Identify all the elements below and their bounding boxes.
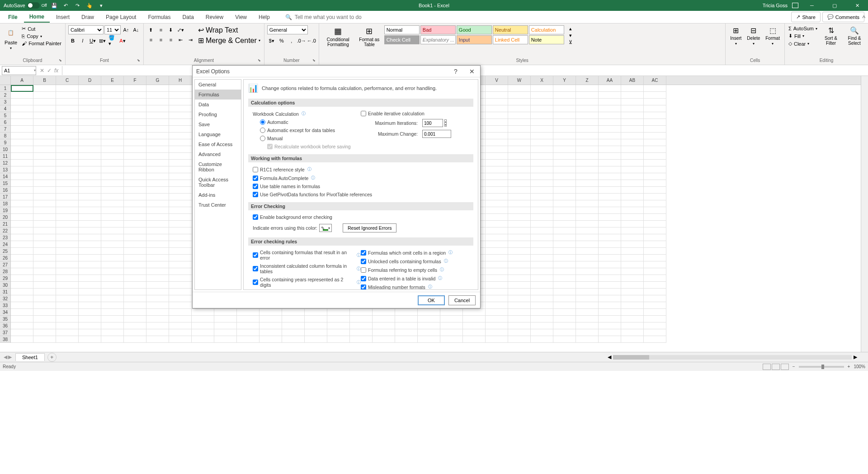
- cell[interactable]: [553, 200, 576, 207]
- nav-general[interactable]: General: [195, 80, 241, 90]
- cell[interactable]: [169, 99, 192, 105]
- delete-cells-button[interactable]: ⊟Delete▾: [745, 25, 762, 47]
- cell[interactable]: [531, 139, 553, 146]
- cell[interactable]: [101, 214, 124, 221]
- cell[interactable]: [531, 255, 553, 261]
- cell[interactable]: [553, 180, 576, 187]
- cell[interactable]: [56, 282, 79, 289]
- cell[interactable]: [621, 295, 644, 302]
- cell[interactable]: [305, 336, 327, 343]
- cell[interactable]: [553, 85, 576, 92]
- cell[interactable]: [395, 316, 418, 322]
- cell[interactable]: [56, 200, 79, 207]
- cell[interactable]: [599, 180, 621, 187]
- cell[interactable]: [11, 289, 33, 295]
- cell[interactable]: [508, 282, 531, 289]
- cell[interactable]: [79, 275, 101, 282]
- cell[interactable]: [56, 302, 79, 309]
- increase-indent-button[interactable]: ⇥: [186, 35, 195, 44]
- cell[interactable]: [101, 234, 124, 241]
- cell[interactable]: [599, 234, 621, 241]
- cell[interactable]: [576, 92, 599, 99]
- cell[interactable]: [56, 160, 79, 166]
- cell[interactable]: [11, 173, 33, 180]
- cell[interactable]: [508, 268, 531, 275]
- cell[interactable]: [11, 194, 33, 200]
- cell[interactable]: [11, 92, 33, 99]
- cell[interactable]: [101, 261, 124, 268]
- cell[interactable]: [259, 309, 282, 316]
- cell[interactable]: [531, 133, 553, 139]
- cell[interactable]: [599, 221, 621, 228]
- cell[interactable]: [33, 207, 56, 214]
- cell[interactable]: [621, 329, 644, 336]
- cell[interactable]: [124, 207, 146, 214]
- cell[interactable]: [576, 316, 599, 322]
- cell[interactable]: [599, 133, 621, 139]
- add-sheet-button[interactable]: +: [47, 353, 57, 362]
- align-center-button[interactable]: ≡: [156, 35, 165, 44]
- cell[interactable]: [11, 309, 33, 316]
- cell[interactable]: [11, 295, 33, 302]
- cell[interactable]: [599, 187, 621, 194]
- cell[interactable]: [33, 105, 56, 112]
- cell[interactable]: [146, 187, 169, 194]
- cell[interactable]: [124, 180, 146, 187]
- style-neutral[interactable]: Neutral: [493, 25, 528, 34]
- cell[interactable]: [33, 180, 56, 187]
- cell[interactable]: [169, 261, 192, 268]
- horizontal-scrollbar[interactable]: ◀ ▶: [606, 354, 859, 360]
- row-header[interactable]: 18: [0, 200, 10, 207]
- cell[interactable]: [486, 160, 508, 166]
- cell[interactable]: [508, 316, 531, 322]
- cell[interactable]: [56, 221, 79, 228]
- cell[interactable]: [508, 160, 531, 166]
- cell[interactable]: [621, 85, 644, 92]
- cell[interactable]: [101, 329, 124, 336]
- cell[interactable]: [599, 214, 621, 221]
- cell[interactable]: [33, 166, 56, 173]
- cell[interactable]: [11, 166, 33, 173]
- cell[interactable]: [79, 126, 101, 133]
- cell[interactable]: [531, 119, 553, 126]
- cell[interactable]: [553, 133, 576, 139]
- underline-button[interactable]: U▾: [88, 36, 97, 45]
- cell[interactable]: [101, 289, 124, 295]
- cell[interactable]: [192, 316, 214, 322]
- cell[interactable]: [621, 133, 644, 139]
- cell[interactable]: [486, 309, 508, 316]
- cell[interactable]: [599, 241, 621, 248]
- cell[interactable]: [599, 153, 621, 160]
- cell[interactable]: [282, 316, 305, 322]
- cell[interactable]: [124, 214, 146, 221]
- cell[interactable]: [576, 146, 599, 153]
- cell[interactable]: [56, 194, 79, 200]
- cell[interactable]: [531, 153, 553, 160]
- cell[interactable]: [531, 166, 553, 173]
- cell[interactable]: [576, 248, 599, 255]
- cell[interactable]: [553, 105, 576, 112]
- align-top-button[interactable]: ⬆: [146, 25, 156, 34]
- cell[interactable]: [553, 241, 576, 248]
- cell[interactable]: [576, 289, 599, 295]
- cell[interactable]: [124, 228, 146, 234]
- cell[interactable]: [169, 112, 192, 119]
- cell[interactable]: [56, 309, 79, 316]
- paste-button[interactable]: 📋 Paste ▾: [3, 25, 19, 51]
- row-header[interactable]: 34: [0, 309, 10, 316]
- cell[interactable]: [146, 153, 169, 160]
- cell[interactable]: [124, 112, 146, 119]
- merge-center-button[interactable]: ⊞Merge & Center▾: [197, 36, 261, 45]
- cell[interactable]: [282, 329, 305, 336]
- cell[interactable]: [576, 336, 599, 343]
- currency-button[interactable]: $▾: [267, 36, 276, 45]
- cell[interactable]: [508, 261, 531, 268]
- cell[interactable]: [259, 322, 282, 329]
- cell[interactable]: [11, 221, 33, 228]
- input-max-iterations[interactable]: [422, 119, 443, 127]
- cell[interactable]: [124, 126, 146, 133]
- font-color-button[interactable]: A▾: [118, 36, 127, 45]
- row-header[interactable]: 37: [0, 329, 10, 336]
- cell[interactable]: [418, 329, 440, 336]
- cell[interactable]: [33, 241, 56, 248]
